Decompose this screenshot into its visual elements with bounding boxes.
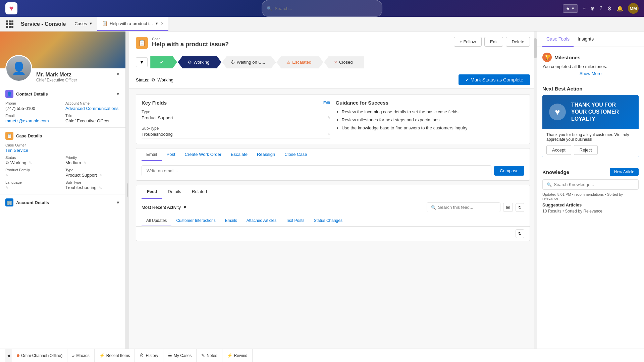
related-tab[interactable]: Related: [186, 185, 212, 199]
email-tab[interactable]: Email: [142, 148, 162, 161]
favorites-button[interactable]: ★ ▼: [563, 4, 578, 13]
macros-item[interactable]: » Macros: [67, 349, 95, 362]
edit-button[interactable]: Edit: [484, 37, 503, 47]
all-updates-subtab[interactable]: All Updates: [142, 216, 171, 226]
collapse-button[interactable]: ◀: [5, 349, 12, 362]
feed-tab[interactable]: Feed: [142, 185, 162, 199]
feed-filter-dropdown[interactable]: Most Recent Activity ▼: [142, 205, 187, 210]
nba-heart-icon: ♥: [549, 104, 566, 120]
type-pencil-icon[interactable]: ✎: [327, 116, 330, 120]
mark-complete-button[interactable]: ✓ Mark Status as Complete: [459, 74, 530, 85]
status-changes-subtab[interactable]: Status Changes: [309, 216, 347, 226]
history-label: History: [146, 353, 158, 358]
create-work-order-tab[interactable]: Create Work Order: [180, 148, 226, 161]
feed-refresh-button[interactable]: ↻: [516, 203, 524, 212]
case-tab-dropdown-icon[interactable]: ▼: [155, 21, 159, 25]
case-type-icon: 📋: [136, 37, 148, 49]
case-header-actions: + Follow Edit Delete: [454, 37, 530, 47]
contact-details-dropdown-icon[interactable]: ▼: [116, 92, 120, 97]
key-fields-header: Key Fields Edit: [142, 100, 330, 106]
attached-articles-subtab[interactable]: Attached Articles: [242, 216, 281, 226]
left-panel-resizer[interactable]: [126, 32, 129, 349]
escalated-label: Escalated: [292, 60, 311, 65]
tab-bar: Service - Console Cases ▼ 📋 Help with a …: [0, 17, 644, 32]
customer-interactions-subtab[interactable]: Customer Interactions: [171, 216, 220, 226]
status-steps-container: ▼ ✓ ⚙ Working ⏱ Waiting on C... ⚠: [136, 53, 530, 71]
recent-items-item[interactable]: ⚡ Recent Items: [95, 349, 135, 362]
status-step-working[interactable]: ⚙ Working: [178, 56, 221, 68]
rewind-item[interactable]: ⚡ Rewind: [222, 349, 253, 362]
status-step-completed[interactable]: ✓: [150, 56, 177, 68]
nba-banner: ♥ THANK YOU FOR YOUR CUSTOMER LOYALTY: [542, 95, 639, 129]
product-family-field: Product Family ✎: [5, 168, 60, 178]
text-posts-subtab[interactable]: Text Posts: [281, 216, 309, 226]
cases-tab-dropdown-icon[interactable]: ▼: [89, 21, 93, 25]
email-value[interactable]: mmetz@example.com: [5, 118, 60, 123]
sub-type-edit-icon[interactable]: ✎: [99, 186, 102, 190]
type-edit-icon[interactable]: ✎: [100, 173, 103, 177]
notifications-icon[interactable]: 🔔: [616, 5, 623, 12]
cases-tab[interactable]: Cases ▼: [70, 17, 97, 31]
case-tools-tab[interactable]: Case Tools: [542, 32, 574, 47]
case-details-section: 📋 Case Details Case Owner Tim Service St…: [0, 128, 125, 194]
recent-items-icon: ⚡: [99, 353, 105, 358]
history-item[interactable]: ⏱ History: [135, 349, 163, 362]
details-tab[interactable]: Details: [162, 185, 186, 199]
case-tab-close-icon[interactable]: ✕: [161, 21, 164, 26]
add-icon[interactable]: +: [583, 5, 586, 11]
account-details-dropdown-icon[interactable]: ▼: [116, 200, 120, 205]
new-article-button[interactable]: New Article: [610, 168, 639, 176]
settings-icon[interactable]: ⚙: [607, 5, 612, 12]
app-launcher-button[interactable]: [3, 17, 17, 31]
email-input[interactable]: [142, 165, 491, 176]
milestones-show-more[interactable]: Show More: [542, 71, 639, 76]
notes-item[interactable]: ✎ Notes: [197, 349, 222, 362]
priority-edit-icon[interactable]: ✎: [84, 161, 87, 165]
user-avatar[interactable]: MM: [628, 3, 639, 14]
guidance-list: Review the incoming case details to set …: [336, 109, 525, 131]
feed-search-input[interactable]: [438, 205, 496, 210]
status-edit-icon[interactable]: ✎: [29, 161, 32, 165]
account-details-section: 🏢 Account Details ▼: [0, 194, 125, 214]
close-case-tab[interactable]: Close Case: [280, 148, 312, 161]
product-family-edit-icon[interactable]: ✎: [5, 173, 8, 177]
account-name-value[interactable]: Advanced Communications: [65, 106, 120, 111]
current-status: Status: ⚙ Working: [136, 77, 173, 82]
delete-button[interactable]: Delete: [506, 37, 530, 47]
right-scrollbar-thumb[interactable]: [534, 38, 537, 58]
search-input[interactable]: [275, 6, 377, 11]
case-detail-tab[interactable]: 📋 Help with a product i... ▼ ✕: [97, 17, 168, 31]
status-step-closed[interactable]: ✕ Closed: [324, 56, 364, 68]
sub-type-pencil-icon[interactable]: ✎: [327, 132, 330, 136]
insights-tab[interactable]: Insights: [574, 32, 598, 47]
status-step-escalated[interactable]: ⚠ Escalated: [276, 56, 323, 68]
notes-icon: ✎: [201, 353, 205, 358]
key-fields-edit-link[interactable]: Edit: [323, 101, 330, 105]
status-dropdown-button[interactable]: ▼: [136, 57, 148, 67]
apps-icon[interactable]: ⊕: [590, 5, 595, 12]
post-tab[interactable]: Post: [162, 148, 180, 161]
working-gear-icon: ⚙: [188, 60, 192, 65]
email-field: Email mmetz@example.com: [5, 114, 60, 123]
compose-button[interactable]: Compose: [494, 166, 524, 176]
emails-subtab[interactable]: Emails: [220, 216, 242, 226]
nba-title: Next Best Action: [542, 86, 639, 92]
my-cases-item[interactable]: ☰ My Cases: [163, 349, 197, 362]
feed-filter-button[interactable]: ⊟: [503, 203, 513, 212]
left-panel: 👤 Mr. Mark Metz Chief Executive Officer …: [0, 32, 126, 349]
follow-button[interactable]: + Follow: [454, 37, 482, 47]
help-icon[interactable]: ?: [599, 5, 602, 11]
status-prefix: Status:: [136, 77, 149, 82]
omni-channel-item[interactable]: Omni-Channel (Offline): [12, 349, 67, 362]
nba-reject-button[interactable]: Reject: [574, 145, 598, 155]
language-edit-icon[interactable]: ✎: [5, 186, 8, 190]
nba-accept-button[interactable]: Accept: [546, 145, 571, 155]
escalate-tab[interactable]: Escalate: [226, 148, 252, 161]
case-owner-value[interactable]: Tim Service: [5, 148, 60, 153]
profile-dropdown-button[interactable]: ▼: [116, 72, 120, 77]
knowledge-search-input[interactable]: [554, 182, 634, 187]
status-step-waiting[interactable]: ⏱ Waiting on C...: [222, 56, 276, 68]
reassign-tab[interactable]: Reassign: [252, 148, 280, 161]
sub-type-key-value: Troubleshooting ✎: [142, 132, 330, 138]
feed-bottom-refresh-button[interactable]: ↻: [516, 229, 524, 238]
